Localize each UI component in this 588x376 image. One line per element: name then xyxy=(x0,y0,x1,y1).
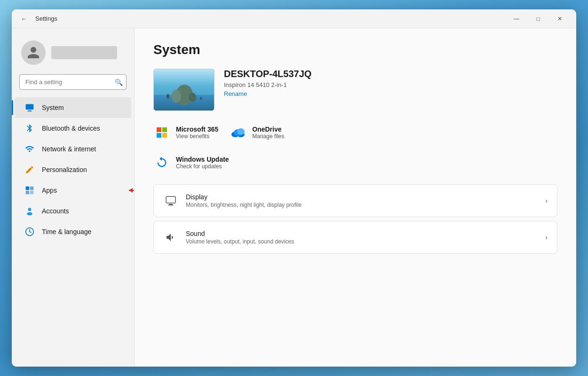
windows-update-title: Windows Update xyxy=(176,156,229,163)
device-image xyxy=(153,69,215,111)
sidebar-label-personalization: Personalization xyxy=(42,166,87,173)
apps-arrow-annotation xyxy=(124,186,134,195)
svg-rect-4 xyxy=(30,187,34,190)
sound-title: Sound xyxy=(186,230,538,237)
display-title: Display xyxy=(186,193,538,201)
titlebar-controls: — □ ✕ xyxy=(506,9,571,28)
sound-chevron: › xyxy=(545,234,548,241)
quick-link-microsoft365[interactable]: Microsoft 365 View benefits xyxy=(153,124,218,141)
svg-rect-1 xyxy=(28,110,32,111)
microsoft365-text: Microsoft 365 View benefits xyxy=(176,125,218,140)
rename-link[interactable]: Rename xyxy=(224,90,247,97)
display-icon xyxy=(163,193,178,208)
sidebar: 🔍 System Bluet xyxy=(12,28,134,367)
avatar xyxy=(21,40,46,65)
svg-point-15 xyxy=(172,90,181,103)
sidebar-label-system: System xyxy=(42,104,64,111)
device-info: DESKTOP-4L537JQ Inspiron 14 5410 2-in-1 … xyxy=(224,69,557,98)
svg-rect-2 xyxy=(27,111,32,112)
main-content: 🔍 System Bluet xyxy=(12,28,576,367)
microsoft365-subtitle: View benefits xyxy=(176,133,218,140)
settings-window: ← Settings — □ ✕ 🔍 xyxy=(12,9,576,367)
svg-rect-25 xyxy=(168,205,174,205)
setting-card-sound-inner: Sound Volume levels, output, input, soun… xyxy=(154,221,557,253)
bluetooth-icon xyxy=(24,123,35,134)
user-name-placeholder xyxy=(51,46,117,59)
svg-rect-0 xyxy=(26,104,34,110)
setting-card-sound[interactable]: Sound Volume levels, output, input, soun… xyxy=(153,221,557,254)
onedrive-icon xyxy=(230,124,246,141)
minimize-button[interactable]: — xyxy=(506,9,527,28)
svg-marker-8 xyxy=(129,188,133,193)
svg-point-10 xyxy=(27,212,32,216)
windows-update-subtitle: Check for updates xyxy=(176,163,229,170)
titlebar-left: ← Settings xyxy=(17,12,506,25)
sidebar-label-bluetooth: Bluetooth & devices xyxy=(42,125,100,132)
titlebar-title: Settings xyxy=(35,15,57,22)
svg-point-18 xyxy=(200,97,202,100)
search-button[interactable]: 🔍 xyxy=(115,78,123,86)
svg-rect-23 xyxy=(166,196,175,203)
svg-rect-3 xyxy=(26,187,30,190)
sidebar-label-time: Time & language xyxy=(42,228,91,235)
sidebar-item-apps[interactable]: Apps xyxy=(15,180,131,201)
svg-point-16 xyxy=(189,93,196,102)
windows-update-row[interactable]: Windows Update Check for updates xyxy=(153,154,557,171)
search-input[interactable] xyxy=(19,74,127,90)
search-box: 🔍 xyxy=(19,74,127,90)
setting-card-display[interactable]: Display Monitors, brightness, night ligh… xyxy=(153,184,557,217)
sidebar-item-accounts[interactable]: Accounts xyxy=(15,201,131,221)
right-panel: System xyxy=(134,28,576,367)
close-button[interactable]: ✕ xyxy=(549,9,571,28)
microsoft365-title: Microsoft 365 xyxy=(176,125,218,133)
display-chevron: › xyxy=(545,197,548,204)
sound-text: Sound Volume levels, output, input, soun… xyxy=(186,230,538,245)
onedrive-text: OneDrive Manage files xyxy=(252,125,284,140)
windows-update-text: Windows Update Check for updates xyxy=(176,156,229,170)
personalization-icon xyxy=(24,164,35,175)
setting-card-display-inner: Display Monitors, brightness, night ligh… xyxy=(154,185,557,217)
microsoft365-icon xyxy=(153,124,170,141)
quick-link-onedrive[interactable]: OneDrive Manage files xyxy=(230,124,284,141)
back-button[interactable]: ← xyxy=(17,12,31,25)
sidebar-item-time[interactable]: Time & language xyxy=(15,221,131,242)
sidebar-item-system[interactable]: System xyxy=(15,97,131,118)
page-title: System xyxy=(153,42,557,57)
network-icon xyxy=(24,143,35,155)
maximize-button[interactable]: □ xyxy=(527,9,549,28)
svg-point-22 xyxy=(237,128,245,135)
sidebar-label-apps: Apps xyxy=(42,187,57,194)
user-section xyxy=(12,33,134,74)
sound-subtitle: Volume levels, output, input, sound devi… xyxy=(186,238,538,245)
svg-rect-5 xyxy=(26,191,30,195)
svg-rect-24 xyxy=(169,204,173,205)
sidebar-label-network: Network & internet xyxy=(42,145,96,153)
onedrive-title: OneDrive xyxy=(252,125,284,133)
device-model: Inspiron 14 5410 2-in-1 xyxy=(224,81,557,88)
apps-icon xyxy=(24,185,35,196)
display-subtitle: Monitors, brightness, night light, displ… xyxy=(186,202,538,208)
onedrive-subtitle: Manage files xyxy=(252,133,284,140)
windows-update-icon xyxy=(153,154,170,171)
sound-icon xyxy=(163,230,178,245)
time-icon xyxy=(24,226,35,237)
sidebar-item-network[interactable]: Network & internet xyxy=(15,139,131,159)
quick-links: Microsoft 365 View benefits xyxy=(153,124,557,141)
sidebar-label-accounts: Accounts xyxy=(42,207,69,215)
svg-rect-6 xyxy=(30,191,34,195)
system-icon xyxy=(24,102,35,113)
sidebar-item-personalization[interactable]: Personalization xyxy=(15,159,131,180)
svg-point-9 xyxy=(28,208,32,211)
accounts-icon xyxy=(24,205,35,217)
svg-point-17 xyxy=(167,94,169,99)
titlebar: ← Settings — □ ✕ xyxy=(12,9,576,28)
device-card: DESKTOP-4L537JQ Inspiron 14 5410 2-in-1 … xyxy=(153,69,557,111)
device-name: DESKTOP-4L537JQ xyxy=(224,69,557,79)
display-text: Display Monitors, brightness, night ligh… xyxy=(186,193,538,208)
sidebar-item-bluetooth[interactable]: Bluetooth & devices xyxy=(15,118,131,139)
